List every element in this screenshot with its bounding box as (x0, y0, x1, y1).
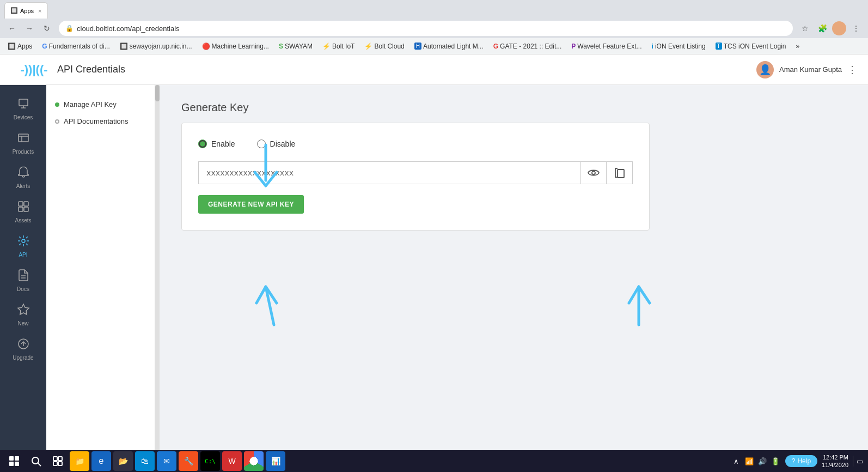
sidebar-item-docs[interactable]: Docs (0, 262, 46, 296)
more-bookmarks[interactable]: » (792, 41, 803, 51)
tray-icon-up[interactable]: ∧ (731, 456, 742, 467)
bookmark-btn[interactable]: ☆ (797, 21, 812, 36)
reload-btn[interactable]: ↻ (39, 21, 54, 36)
svg-rect-28 (58, 457, 62, 461)
bookmark-ml-favicon: 🔴 (202, 43, 210, 50)
inactive-bullet (55, 119, 59, 124)
search-btn[interactable] (26, 451, 46, 471)
show-desktop-btn[interactable]: ▭ (853, 456, 864, 467)
sidebar-item-api[interactable]: API (0, 228, 46, 262)
disable-label: Disable (270, 140, 296, 148)
tray-battery-icon[interactable]: 🔋 (770, 456, 781, 467)
disable-radio[interactable] (257, 140, 266, 148)
extensions-btn[interactable]: 🧩 (815, 21, 830, 36)
user-name: Aman Kumar Gupta (779, 65, 842, 74)
scroll-thumb[interactable] (155, 85, 160, 101)
taskbar-app-blue[interactable]: 📊 (266, 451, 285, 471)
svg-line-19 (266, 287, 274, 325)
bookmark-g-favicon: G (42, 43, 47, 50)
more-bookmarks-icon: » (796, 43, 799, 50)
view-key-btn[interactable] (580, 161, 607, 184)
sidebar-item-alerts[interactable]: Alerts (0, 159, 46, 193)
bookmark-gate[interactable]: G GATE - 2021 :: Edit... (490, 41, 565, 51)
bookmark-swayam[interactable]: S SWAYAM (276, 41, 316, 51)
api-key-input[interactable] (198, 161, 580, 184)
copy-key-btn[interactable] (607, 161, 633, 184)
bookmark-apps[interactable]: 🔲 Apps (4, 41, 35, 51)
more-btn[interactable]: ⋮ (848, 21, 864, 36)
sidebar-label-new: New (17, 320, 28, 326)
bookmark-boltcloud-favicon: ⚡ (364, 43, 372, 50)
sidebar-item-products[interactable]: Products (0, 125, 46, 159)
active-tab[interactable]: 🔲 Apps × (4, 2, 48, 19)
clock-date: 11/4/2020 (822, 461, 848, 469)
taskbar-app-store[interactable]: 🛍 (135, 451, 155, 471)
bookmark-swayam-label: SWAYAM (285, 43, 313, 50)
bookmark-wavelet-favicon: P (571, 43, 576, 50)
svg-rect-22 (15, 456, 19, 461)
sidebar-item-devices[interactable]: Devices (0, 90, 46, 125)
sidebar-label-alerts: Alerts (16, 183, 30, 189)
sidebar-item-new[interactable]: New (0, 296, 46, 331)
main-content: Generate Key Enable Disable (160, 85, 868, 472)
taskbar-app-mail[interactable]: ✉ (157, 451, 176, 471)
enable-radio-label[interactable]: Enable (198, 140, 235, 148)
bookmark-ml[interactable]: 🔴 Machine Learning... (199, 41, 272, 51)
bookmark-boltiot-favicon: ⚡ (322, 43, 331, 50)
bookmark-boltcloud[interactable]: ⚡ Bolt Cloud (361, 41, 407, 51)
tab-close-btn[interactable]: × (38, 8, 41, 14)
taskbar-app-cmd[interactable]: C:\ (200, 451, 220, 471)
back-btn[interactable]: ← (4, 21, 20, 36)
sidebar-label-assets: Assets (15, 217, 31, 223)
tray-volume-icon[interactable]: 🔊 (757, 456, 768, 467)
assets-icon (17, 200, 30, 216)
upgrade-icon (17, 337, 30, 353)
enable-radio[interactable] (198, 140, 207, 148)
taskbar-app-chrome[interactable] (244, 451, 264, 471)
tray-network-icon[interactable]: 📶 (744, 456, 755, 467)
bookmarks-bar: 🔲 Apps G Fundamentals of di... 🔲 sewayoj… (0, 38, 868, 55)
svg-point-25 (32, 457, 39, 464)
taskbar-app-terminal[interactable]: 🔧 (179, 451, 198, 471)
sub-sidebar-item-manage-api-key[interactable]: Manage API Key (46, 96, 155, 113)
bookmark-fundamentals[interactable]: G Fundamentals of di... (39, 41, 113, 51)
svg-rect-30 (58, 462, 62, 465)
bookmark-apps-favicon: 🔲 (8, 43, 16, 50)
sidebar-label-upgrade: Upgrade (13, 355, 33, 361)
header-more-icon[interactable]: ⋮ (847, 64, 857, 76)
bookmark-tcs-ion[interactable]: T TCS iON Event Login (712, 41, 790, 51)
svg-point-15 (592, 171, 595, 174)
forward-btn[interactable]: → (22, 21, 37, 36)
api-key-card: Enable Disable (181, 123, 650, 231)
taskbar-app-edge[interactable]: e (91, 451, 111, 471)
sidebar-item-assets[interactable]: Assets (0, 193, 46, 228)
browser-tabs: 🔲 Apps × (0, 0, 868, 19)
app-container: Devices Products Alerts (0, 85, 868, 472)
sub-sidebar: Manage API Key API Documentations (46, 85, 155, 472)
disable-radio-label[interactable]: Disable (257, 140, 296, 148)
bookmark-ion-listing[interactable]: i iON Event Listing (649, 41, 709, 51)
svg-rect-6 (19, 202, 23, 206)
taskbar-left: 📁 e 📂 🛍 ✉ 🔧 C:\ W 📊 (4, 451, 285, 471)
taskbar-app-files[interactable]: 📁 (70, 451, 89, 471)
app-header: -))|((- API Credentials 👤 Aman Kumar Gup… (0, 55, 868, 85)
bookmark-automated[interactable]: H Automated Light M... (411, 41, 487, 51)
enable-label: Enable (211, 140, 235, 148)
bookmark-boltiot[interactable]: ⚡ Bolt IoT (319, 41, 358, 51)
taskbar-app-office[interactable]: W (222, 451, 242, 471)
start-btn[interactable] (4, 451, 24, 471)
sidebar-label-products: Products (13, 149, 34, 155)
profile-btn[interactable] (832, 21, 846, 35)
scroll-track[interactable] (155, 85, 160, 472)
task-view-btn[interactable] (48, 451, 68, 471)
url-text: cloud.boltiot.com/api_credentials (77, 25, 180, 33)
generate-api-key-btn[interactable]: GENERATE NEW API KEY (198, 195, 304, 214)
bookmark-sewayojan[interactable]: 🔲 sewayojan.up.nic.in... (117, 41, 195, 51)
address-bar[interactable]: 🔒 cloud.boltiot.com/api_credentials (59, 21, 793, 36)
help-button[interactable]: ? Help (785, 455, 817, 467)
sub-sidebar-item-api-docs[interactable]: API Documentations (46, 113, 155, 130)
svg-rect-21 (9, 456, 14, 461)
bookmark-wavelet[interactable]: P Wavelet Feature Ext... (568, 41, 645, 51)
taskbar-app-explorer[interactable]: 📂 (113, 451, 133, 471)
sidebar-item-upgrade[interactable]: Upgrade (0, 331, 46, 365)
